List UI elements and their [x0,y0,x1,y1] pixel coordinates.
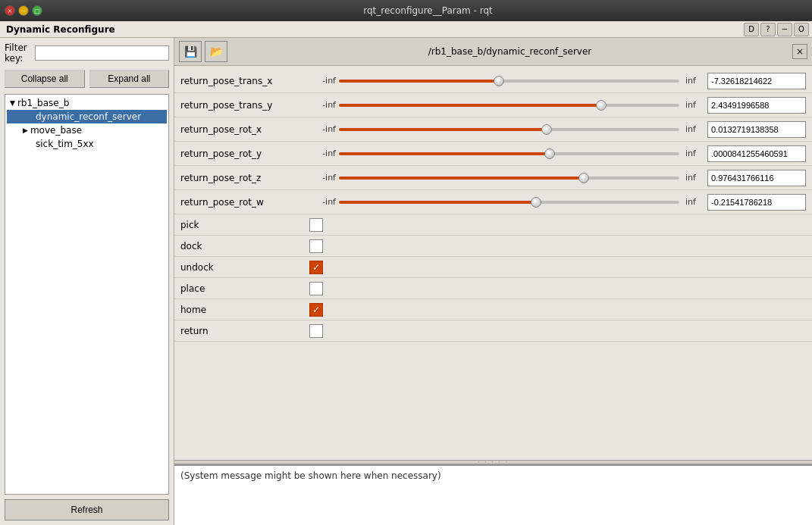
right-panel: 💾 📂 /rb1_base_b/dynamic_reconf_server × … [174,38,812,525]
refresh-button[interactable]: Refresh [5,499,169,520]
param-max-2: inf [685,124,704,134]
param-name-2: return_pose_rot_x [180,124,309,135]
menu-d-button[interactable]: D [744,23,759,36]
param-value-5[interactable] [707,194,806,211]
checkbox-dock[interactable] [309,239,323,253]
filter-row: Filter key: [5,42,169,64]
param-row-return-pose-trans-x: return_pose_trans_x -inf inf [174,69,812,93]
param-value-3[interactable] [707,145,806,162]
checkbox-return[interactable] [309,324,323,338]
slider-track-4 [339,177,679,180]
close-button[interactable]: × [5,5,15,16]
slider-thumb-1[interactable] [596,100,607,111]
slider-fill-5 [339,201,536,204]
tree-item-label-move: move_base [30,125,82,136]
slider-fill-3 [339,152,550,155]
slider-fill-1 [339,104,601,107]
titlebar: × − □ rqt_reconfigure__Param - rqt [0,0,812,21]
checkbox-home[interactable] [309,303,323,317]
param-value-2[interactable] [707,121,806,138]
tree-item-dynamic-reconf[interactable]: dynamic_reconf_server [7,110,167,123]
param-value-0[interactable] [707,73,806,89]
param-name-place: place [180,283,309,294]
slider-fill-0 [339,80,499,83]
param-name-undock: undock [180,262,309,273]
tree-item-rb1-base-b[interactable]: ▼ rb1_base_b [7,96,167,110]
param-min-3: -inf [309,148,336,158]
menu-min-button[interactable]: − [777,23,792,36]
slider-thumb-5[interactable] [531,197,541,208]
slider-container-5[interactable] [339,195,679,210]
window-controls: × − □ [5,5,42,16]
checkbox-undock[interactable] [309,261,323,274]
param-max-1: inf [685,100,704,110]
param-name-1: return_pose_trans_y [180,100,309,111]
param-name-5: return_pose_rot_w [180,197,309,208]
filter-label: Filter key: [5,42,30,64]
param-name-home: home [180,305,309,315]
app-title: Dynamic Reconfigure [3,24,118,35]
btn-row: Collapse all Expand all [5,70,169,88]
save-button[interactable]: 💾 [179,41,202,62]
param-row-return: return [174,320,812,342]
slider-track-2 [339,128,679,131]
close-icon: × [796,46,804,57]
param-row-return-pose-rot-z: return_pose_rot_z -inf inf [174,166,812,190]
load-icon: 📂 [210,45,223,58]
status-message: (System message might be shown here when… [180,470,441,481]
checkbox-place[interactable] [309,282,323,295]
param-name-0: return_pose_trans_x [180,76,309,86]
param-max-3: inf [685,148,704,158]
menu-help-button[interactable]: ? [760,23,776,36]
slider-track-1 [339,104,679,107]
slider-fill-4 [339,177,584,180]
maximize-button[interactable]: □ [32,5,42,16]
tree-item-label: rb1_base_b [17,98,69,108]
left-panel: Filter key: Collapse all Expand all ▼ rb… [0,38,174,525]
expand-all-button[interactable]: Expand all [89,70,170,88]
tree-arrow: ▼ [10,99,15,107]
slider-container-1[interactable] [339,98,679,113]
tree-area[interactable]: ▼ rb1_base_b dynamic_reconf_server ▶ mov… [5,94,169,495]
param-max-4: inf [685,173,704,183]
window-title: rqt_reconfigure__Param - rqt [49,5,807,16]
param-value-4[interactable] [707,170,806,186]
slider-container-0[interactable] [339,73,679,89]
param-name-dock: dock [180,241,309,252]
slider-thumb-4[interactable] [578,173,589,183]
slider-track-5 [339,201,679,204]
collapse-all-button[interactable]: Collapse all [5,70,85,88]
slider-container-4[interactable] [339,170,679,186]
right-toolbar: 💾 📂 /rb1_base_b/dynamic_reconf_server × [174,38,812,66]
param-min-0: -inf [309,76,336,86]
slider-thumb-3[interactable] [544,148,555,159]
slider-container-2[interactable] [339,122,679,137]
param-name-return: return [180,326,309,336]
param-value-1[interactable] [707,97,806,114]
filter-input[interactable] [35,45,169,61]
param-row-dock: dock [174,236,812,257]
param-min-2: -inf [309,124,336,134]
param-row-return-pose-trans-y: return_pose_trans_y -inf inf [174,93,812,117]
slider-thumb-0[interactable] [494,76,504,86]
param-row-undock: undock [174,257,812,278]
tree-item-sick[interactable]: sick_tim_5xx [7,137,167,151]
slider-track-0 [339,80,679,83]
tree-item-label-sick: sick_tim_5xx [36,139,94,149]
param-name-3: return_pose_rot_y [180,148,309,159]
param-row-place: place [174,278,812,299]
tree-item-label-selected: dynamic_reconf_server [36,111,141,122]
param-name-pick: pick [180,220,309,230]
server-path: /rb1_base_b/dynamic_reconf_server [230,46,789,57]
slider-thumb-2[interactable] [541,124,552,135]
slider-fill-2 [339,128,547,131]
slider-container-3[interactable] [339,146,679,161]
checkbox-pick[interactable] [309,218,323,232]
panel-close-button[interactable]: × [792,44,807,59]
menu-close-button[interactable]: O [794,23,809,36]
minimize-button[interactable]: − [18,5,29,16]
param-max-5: inf [685,197,704,207]
param-row-return-pose-rot-y: return_pose_rot_y -inf inf [174,142,812,166]
tree-item-move-base[interactable]: ▶ move_base [7,123,167,137]
load-button[interactable]: 📂 [205,41,227,62]
